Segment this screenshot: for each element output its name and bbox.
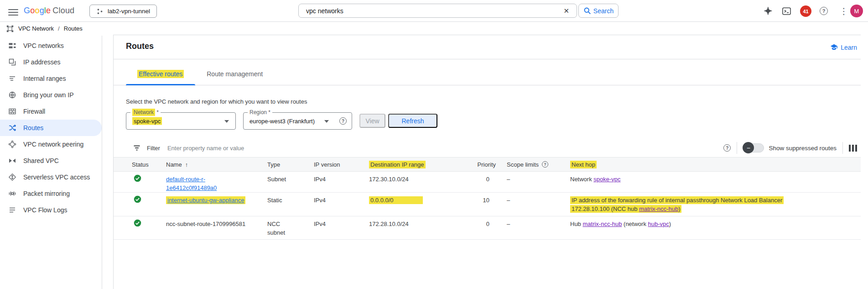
priority-cell: 0 <box>467 216 496 228</box>
region-field-label: Region * <box>248 109 272 116</box>
learn-link[interactable]: Learn <box>830 43 857 51</box>
sidebar-item-vpc-networks[interactable]: VPC networks <box>0 37 102 54</box>
sidebar-item-label: VPC network peering <box>23 141 83 148</box>
sidebar-item-label: Firewall <box>23 108 45 115</box>
show-suppressed-toggle[interactable]: − <box>743 143 764 152</box>
serverless-vpc-icon <box>8 173 16 181</box>
scope-limits-cell: – <box>496 216 570 228</box>
route-type-cell: Subnet <box>267 172 314 184</box>
global-search[interactable]: ✕ <box>298 4 577 18</box>
overflow-menu-icon[interactable]: ⋮ <box>838 5 849 16</box>
status-ok-icon <box>114 172 166 184</box>
clear-search-icon[interactable]: ✕ <box>561 7 571 15</box>
priority-cell: 10 <box>467 193 496 205</box>
next-hop-network-link[interactable]: spoke-vpc <box>593 176 620 183</box>
col-next-hop[interactable]: Next hop <box>570 161 861 168</box>
sidebar-item-vpc-flow-logs[interactable]: VPC Flow Logs <box>0 202 102 218</box>
next-hop-hub-link[interactable]: matrix-ncc-hub <box>639 205 678 212</box>
ip-version-cell: IPv4 <box>314 193 369 205</box>
route-type-cell: Static <box>267 193 314 205</box>
tab-effective-routes[interactable]: Effective routes <box>126 63 195 85</box>
sidebar-item-label: VPC Flow Logs <box>23 206 67 214</box>
scope-help-icon[interactable]: ? <box>542 161 548 168</box>
tab-route-management[interactable]: Route management <box>195 63 274 85</box>
breadcrumb: VPC Network / Routes <box>0 22 868 35</box>
refresh-button[interactable]: Refresh <box>388 114 437 128</box>
sidebar-item-label: Serverless VPC access <box>23 173 90 181</box>
col-status[interactable]: Status <box>114 161 166 168</box>
divider <box>842 142 843 154</box>
sidebar-item-label: Routes <box>23 124 43 131</box>
menu-icon[interactable] <box>8 7 18 17</box>
avatar[interactable]: M <box>850 5 863 17</box>
notifications-badge[interactable]: 41 <box>800 5 811 17</box>
col-name[interactable]: Name↑ <box>166 161 267 168</box>
learn-label: Learn <box>841 44 857 51</box>
globe-icon <box>8 91 16 99</box>
flow-logs-icon <box>8 206 16 214</box>
sidebar-item-shared-vpc[interactable]: Shared VPC <box>0 152 102 169</box>
destination-cell: 172.28.10.0/24 <box>369 216 467 228</box>
sidebar-item-label: Internal ranges <box>23 75 66 82</box>
route-link[interactable]: internet-ubuntu-gw-appliance <box>166 196 245 205</box>
col-ip-version[interactable]: IP version <box>314 161 369 168</box>
priority-cell: 0 <box>467 172 496 184</box>
tab-label: Effective routes <box>137 70 184 78</box>
sidebar-item-routes[interactable]: Routes <box>0 120 102 136</box>
col-scope-limits[interactable]: Scope limits? <box>496 161 570 168</box>
filter-toolbar: Filter ? − Show suppressed routes <box>114 140 861 156</box>
view-button[interactable]: View <box>359 114 385 128</box>
network-select[interactable]: Network * spoke-vpc <box>126 112 236 130</box>
sidebar-item-firewall[interactable]: Firewall <box>0 103 102 120</box>
filter-help-icon[interactable]: ? <box>723 144 731 152</box>
status-ok-icon <box>114 216 166 229</box>
breadcrumb-separator: / <box>58 25 60 32</box>
sidebar-item-vpc-network-peering[interactable]: VPC network peering <box>0 136 102 152</box>
route-name-cell: internet-ubuntu-gw-appliance <box>166 193 267 205</box>
google-cloud-logo: GoogleCloud <box>24 6 74 16</box>
next-hop-hub-link[interactable]: matrix-ncc-hub <box>582 221 622 227</box>
sidebar-item-label: IP addresses <box>23 58 60 66</box>
project-selector[interactable]: lab2-vpn-tunnel <box>89 5 157 18</box>
table-header: Status Name↑ Type IP version Destination… <box>114 157 861 172</box>
vpc-network-icon <box>6 25 14 33</box>
route-link[interactable]: default-route-r-1e6412c0f91489a0 <box>166 175 246 192</box>
region-help-icon[interactable]: ? <box>339 117 347 125</box>
column-display-icon[interactable] <box>849 145 857 152</box>
sort-ascending-icon: ↑ <box>185 161 188 168</box>
chevron-down-icon <box>324 120 329 123</box>
firewall-icon <box>8 107 16 116</box>
search-button[interactable]: Search <box>578 4 619 18</box>
network-field-value: spoke-vpc <box>132 118 162 125</box>
filter-icon <box>133 144 141 152</box>
divider <box>737 142 737 154</box>
ip-version-cell: IPv4 <box>314 172 369 184</box>
next-hop-cell: IP address of the forwarding rule of int… <box>570 193 861 213</box>
route-name-cell: default-route-r-1e6412c0f91489a0 <box>166 172 267 192</box>
col-type[interactable]: Type <box>267 161 314 168</box>
show-suppressed-label: Show suppressed routes <box>769 145 837 152</box>
region-select[interactable]: Region * europe-west3 (Frankfurt) ? <box>243 112 352 130</box>
sidebar: VPC networks IP addresses Internal range… <box>0 36 102 289</box>
tab-bar: Effective routes Route management <box>114 59 861 85</box>
page-description: Select the VPC network and region for wh… <box>126 98 307 105</box>
cloud-shell-icon[interactable] <box>781 5 792 16</box>
search-input[interactable] <box>306 7 561 15</box>
col-priority[interactable]: Priority <box>467 161 496 168</box>
sidebar-item-label: VPC networks <box>23 42 64 49</box>
sidebar-item-ip-addresses[interactable]: IP addresses <box>0 54 102 70</box>
sidebar-item-packet-mirroring[interactable]: Packet mirroring <box>0 185 102 202</box>
col-destination[interactable]: Destination IP range <box>369 161 467 168</box>
help-icon[interactable]: ? <box>818 5 829 16</box>
next-hop-network-link[interactable]: hub-vpc <box>648 221 669 227</box>
project-name: lab2-vpn-tunnel <box>108 8 150 15</box>
ip-addresses-icon <box>8 58 16 66</box>
sidebar-item-internal-ranges[interactable]: Internal ranges <box>0 70 102 87</box>
gemini-sparkle-icon[interactable] <box>763 5 774 16</box>
filter-label: Filter <box>147 145 160 152</box>
sidebar-item-bring-your-own-ip[interactable]: Bring your own IP <box>0 87 102 103</box>
sidebar-item-serverless-vpc-access[interactable]: Serverless VPC access <box>0 169 102 185</box>
breadcrumb-section[interactable]: VPC Network <box>18 25 54 32</box>
filter-input[interactable] <box>167 145 364 152</box>
sidebar-item-label: Packet mirroring <box>23 190 70 197</box>
